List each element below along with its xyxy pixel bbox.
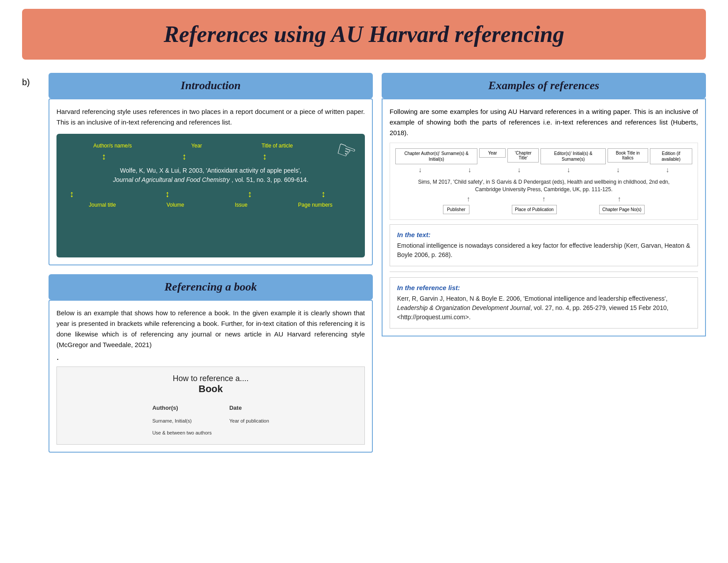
ref-box-edition: Edition (if available) (650, 148, 692, 164)
ref-arrows-bottom: ↑ ↑ ↑ (395, 195, 692, 203)
ref-arrows-top: ↓ ↓ ↓ ↓ ↓ ↓ (395, 166, 692, 174)
ref-bottom-box-pages: Chapter Page No(s) (599, 205, 645, 214)
ref-box-book-title: Book Title in Italics (608, 148, 648, 162)
label-title: Title of article (262, 143, 293, 149)
label-author: Author/s name/s (93, 143, 131, 149)
arrow-row-bottom: ↕ ↕ ↕ ↕ (64, 189, 358, 199)
label-volume: Volume (166, 202, 184, 208)
journal-diagram: ☞ Author/s name/s Year Title of article … (56, 134, 365, 257)
in-text-box: In the text: Emotional intelligence is n… (390, 224, 698, 266)
ref-list-box: In the reference list: Kerr, R, Garvin J… (390, 277, 698, 329)
intro-header: Introduction (49, 73, 373, 98)
examples-intro: Following are some examples for using AU… (390, 106, 698, 138)
book-section: Referencing a book Below is an example t… (49, 274, 373, 453)
label-year: Year (191, 143, 202, 149)
label-journal: Journal title (89, 202, 116, 208)
book-author-block: Author(s) Surname, Initial(s) Use & betw… (152, 399, 212, 437)
label-issue: Issue (235, 202, 248, 208)
ref-list-label: In the reference list: (397, 284, 690, 291)
right-content-box: Following are some examples for using AU… (382, 98, 706, 336)
book-content-box: Below is an example that shows how to re… (49, 300, 373, 453)
page-title: References using AU Harvard referencing (31, 21, 697, 47)
intro-text: Harvard referencing style uses reference… (56, 106, 365, 128)
divider (390, 272, 698, 272)
examples-header: Examples of references (382, 73, 706, 98)
in-text-label: In the text: (397, 231, 690, 238)
book-header: Referencing a book (49, 274, 373, 300)
diagram-citation: Wolfe, K, Wu, X & Lui, R 2003, 'Antioxid… (64, 166, 358, 185)
title-banner: References using AU Harvard referencing (22, 9, 706, 60)
label-pages: Page numbers (298, 202, 333, 208)
intro-section: Introduction Harvard referencing style u… (49, 73, 373, 265)
ref-citation-text: Sims, M 2017, 'Child safety', in S Garvi… (395, 178, 692, 193)
dot: . (56, 352, 365, 362)
ref-diagram: Chapter Author(s)' Surname(s) & Initial(… (390, 143, 698, 220)
ref-box-year: Year (479, 148, 506, 158)
ref-box-chapter-author: Chapter Author(s)' Surname(s) & Initial(… (395, 148, 477, 164)
ref-bottom-box-publisher: Publisher (443, 205, 469, 214)
ref-list-content: Kerr, R, Garvin J, Heaton, N & Boyle E. … (397, 294, 690, 322)
book-diagram: How to reference a.... Book Author(s) Su… (56, 367, 365, 445)
arrow-row-top: ↕ ↕ ↕ (64, 151, 358, 162)
ref-box-chapter-title: 'Chapter Title' (507, 148, 539, 162)
ref-bottom-box-place: Place of Publication (512, 205, 557, 214)
ref-box-editor: Editor(s)' Initial(s) & Surname(s) (540, 148, 606, 164)
hand-icon: ☞ (332, 136, 360, 166)
in-text-content: Emotional intelligence is nowadays consi… (397, 241, 690, 260)
b-label: b) (22, 77, 30, 87)
intro-content-box: Harvard referencing style uses reference… (49, 98, 373, 265)
diagram-labels-top: Author/s name/s Year Title of article (64, 143, 358, 149)
book-date-block: Date Year of publication (229, 399, 269, 437)
book-text: Below is an example that shows how to re… (56, 308, 365, 350)
diagram-labels-bottom: Journal title Volume Issue Page numbers (64, 202, 358, 208)
